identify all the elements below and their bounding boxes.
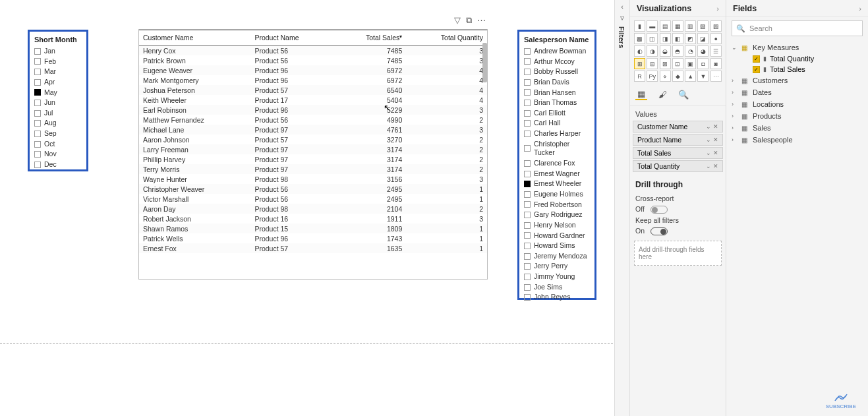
chevron-right-icon[interactable]: ›: [716, 5, 719, 13]
viz-type-icon[interactable]: ◫: [647, 33, 658, 44]
focus-icon[interactable]: ⧉: [466, 15, 472, 26]
value-field-pill[interactable]: Total Sales⌄✕: [633, 147, 723, 159]
checkbox-icon[interactable]: [34, 100, 41, 106]
slicer-item[interactable]: Jeremy Mendoza: [522, 251, 592, 262]
viz-type-icon[interactable]: ◙: [710, 58, 722, 69]
close-icon[interactable]: ✕: [713, 150, 718, 156]
table-row[interactable]: Gerald ReyesProduct 5716351: [139, 253, 487, 254]
checkbox-icon[interactable]: [524, 263, 531, 270]
checkbox-icon[interactable]: [524, 171, 531, 177]
viz-type-icon[interactable]: ▲: [685, 71, 696, 82]
checkbox-icon[interactable]: [524, 284, 531, 291]
viz-type-icon[interactable]: ▦: [672, 20, 683, 32]
chevron-down-icon[interactable]: ⌄: [706, 123, 711, 130]
checkbox-icon[interactable]: [524, 69, 531, 75]
table-row[interactable]: Michael LaneProduct 9747613: [139, 125, 487, 134]
viz-type-icon[interactable]: ◓: [672, 45, 683, 57]
viz-type-icon[interactable]: ▧: [697, 20, 709, 32]
viz-type-icon[interactable]: ☰: [710, 45, 722, 57]
field-table-row[interactable]: ›▦Sales: [732, 122, 863, 134]
table-row[interactable]: Phillip HarveyProduct 9731742: [139, 154, 487, 164]
checkbox-icon[interactable]: [524, 160, 531, 167]
viz-type-icon[interactable]: ◕: [697, 45, 709, 57]
slicer-item[interactable]: Christopher Tucker: [522, 139, 592, 158]
checkbox-icon[interactable]: [34, 151, 41, 158]
chevron-right-icon[interactable]: ›: [859, 5, 861, 13]
value-field-pill[interactable]: Product Name⌄✕: [633, 134, 723, 146]
column-header[interactable]: Total Quantity: [406, 30, 487, 45]
slicer-item[interactable]: Jimmy Young: [522, 272, 592, 282]
checkbox-icon[interactable]: [34, 79, 41, 86]
table-row[interactable]: Earl RobinsonProduct 9652293: [139, 105, 487, 115]
table-row[interactable]: Joshua PetersonProduct 5765404: [139, 85, 487, 95]
table-row[interactable]: Robert JacksonProduct 1619113: [139, 214, 487, 223]
checkbox-checked-icon[interactable]: ✓: [753, 55, 760, 63]
slicer-item[interactable]: Brian Thomas: [522, 98, 592, 108]
slicer-item[interactable]: Jun: [32, 98, 84, 108]
value-field-pill[interactable]: Total Quantity⌄✕: [633, 160, 723, 172]
checkbox-icon[interactable]: [34, 58, 41, 65]
value-field-pill[interactable]: Customer Name⌄✕: [633, 121, 723, 133]
chevron-down-icon[interactable]: ⌄: [706, 163, 711, 169]
report-canvas[interactable]: Short Month JanFebMarAprMayJunJulAugSepO…: [0, 0, 613, 416]
viz-type-icon[interactable]: Py: [647, 71, 658, 82]
chevron-right-icon[interactable]: ›: [732, 113, 738, 119]
checkbox-icon[interactable]: [34, 162, 41, 168]
field-table-row[interactable]: ›▦Salespeople: [732, 134, 863, 146]
slicer-item[interactable]: Eugene Holmes: [522, 189, 592, 200]
checkbox-icon[interactable]: [524, 89, 531, 96]
viz-type-icon[interactable]: ▼: [697, 71, 709, 82]
checkbox-icon[interactable]: [524, 222, 531, 229]
checkbox-icon[interactable]: [524, 48, 531, 55]
slicer-item[interactable]: Henry Nelson: [522, 220, 592, 231]
field-item[interactable]: ✓▮Total Quantity: [732, 53, 863, 64]
checkbox-icon[interactable]: [34, 141, 41, 148]
table-row[interactable]: Mark MontgomeryProduct 9669724: [139, 75, 487, 85]
field-item[interactable]: ✓▮Total Sales: [732, 64, 863, 74]
keep-filters-toggle[interactable]: [651, 227, 668, 235]
slicer-item[interactable]: Howard Gardner: [522, 231, 592, 241]
table-row[interactable]: Matthew FernandezProduct 5649902: [139, 115, 487, 125]
slicer-item[interactable]: Andrew Bowman: [522, 46, 592, 57]
viz-type-icon[interactable]: R: [634, 71, 645, 82]
checkbox-icon[interactable]: [524, 243, 531, 249]
viz-type-icon[interactable]: ⊞: [634, 58, 645, 69]
fields-tab-icon[interactable]: ▦: [635, 88, 647, 100]
checkbox-icon[interactable]: [524, 131, 531, 137]
checkbox-icon[interactable]: [524, 110, 531, 117]
chevron-right-icon[interactable]: ›: [732, 101, 738, 107]
chevron-right-icon[interactable]: ›: [732, 77, 738, 84]
checkbox-icon[interactable]: [524, 274, 531, 280]
column-header[interactable]: Total Sales ▾: [335, 30, 406, 45]
checkbox-icon[interactable]: [524, 58, 531, 65]
slicer-item[interactable]: Feb: [32, 57, 84, 67]
chevron-down-icon[interactable]: ⌄: [706, 136, 711, 143]
table-scrollbar[interactable]: [482, 43, 487, 82]
table-row[interactable]: Wayne HunterProduct 9831563: [139, 174, 487, 184]
filters-pane-collapsed[interactable]: ‹ ▿ Filters: [614, 0, 630, 416]
slicer-item[interactable]: Joe Sims: [522, 282, 592, 293]
checkbox-icon[interactable]: [34, 89, 41, 96]
slicer-item[interactable]: Clarence Fox: [522, 158, 592, 169]
slicer-item[interactable]: Carl Hall: [522, 118, 592, 129]
viz-type-icon[interactable]: ◩: [685, 33, 696, 44]
chevron-left-icon[interactable]: ‹: [615, 0, 629, 13]
close-icon[interactable]: ✕: [713, 163, 718, 169]
slicer-item[interactable]: Nov: [32, 149, 84, 160]
viz-type-icon[interactable]: ▥: [685, 20, 696, 32]
viz-type-icon[interactable]: ▬: [647, 20, 658, 32]
viz-type-icon[interactable]: ◪: [697, 33, 709, 44]
search-input[interactable]: 🔍 Search: [732, 20, 863, 36]
viz-type-icon[interactable]: ●: [710, 33, 722, 44]
table-row[interactable]: Aaron JohnsonProduct 5732702: [139, 134, 487, 144]
checkbox-icon[interactable]: [524, 232, 531, 239]
column-header[interactable]: Product Name: [250, 30, 334, 45]
checkbox-icon[interactable]: [524, 191, 531, 198]
viz-type-icon[interactable]: ◒: [660, 45, 671, 57]
table-row[interactable]: Victor MarshallProduct 5624951: [139, 194, 487, 204]
field-table-row[interactable]: ›▦Dates: [732, 86, 863, 98]
drill-drop-zone[interactable]: Add drill-through fields here: [634, 241, 722, 266]
chevron-right-icon[interactable]: ›: [732, 89, 738, 96]
chevron-down-icon[interactable]: ⌄: [732, 44, 738, 51]
table-row[interactable]: Aaron DayProduct 9821042: [139, 204, 487, 214]
